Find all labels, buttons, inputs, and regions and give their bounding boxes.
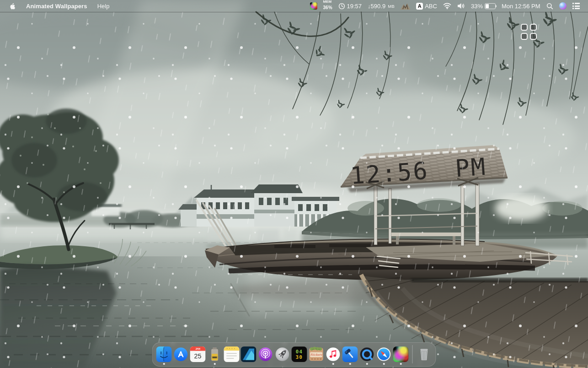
dock-quicktime[interactable] (359, 346, 375, 362)
app-store-icon (173, 346, 189, 362)
grid-cell (521, 33, 528, 40)
dock-stickers[interactable]: Stickers (309, 346, 324, 362)
input-source-status-item[interactable]: A ABC (416, 0, 437, 12)
calendar-icon: JAN 25 (190, 346, 206, 362)
network-speed-status-item[interactable]: ↓590.9MB (368, 0, 395, 12)
wallpaper-app-status-item[interactable] (310, 0, 317, 12)
affinity-designer-icon (241, 346, 257, 362)
finder-icon (156, 346, 172, 362)
dock-podcasts[interactable] (258, 346, 273, 362)
svg-text:Stickers: Stickers (310, 353, 323, 356)
wifi-status-item[interactable] (443, 0, 451, 12)
battery-app-icon (207, 346, 223, 362)
volume-status-item[interactable] (457, 0, 465, 12)
siri-status-item[interactable] (559, 0, 567, 12)
running-indicator (366, 363, 368, 365)
apple-menu[interactable] (9, 0, 16, 12)
dock-finder[interactable] (156, 346, 172, 362)
dock-music[interactable] (326, 346, 341, 362)
running-indicator (400, 363, 402, 365)
quicktime-icon (359, 346, 375, 362)
spotlight-status-item[interactable] (546, 0, 553, 12)
dock: JAN 25 (152, 342, 436, 367)
notes-icon (224, 346, 240, 362)
music-icon (326, 346, 341, 362)
memory-monitor-status-item[interactable]: MEM 36% (323, 0, 332, 12)
apple-logo-icon (9, 2, 16, 10)
running-indicator (332, 363, 334, 365)
dock-watch-clock-app[interactable]: 04 30 (292, 346, 307, 362)
spotlight-search-icon (546, 3, 553, 10)
launchpad-rocket-icon (275, 346, 290, 362)
mountain-m-icon (401, 3, 410, 10)
menu-bar: Animated Wallpapers Help MEM 36% 19:57 ↓… (0, 0, 588, 12)
running-indicator (163, 363, 165, 365)
dock-launchpad[interactable] (275, 346, 290, 362)
svg-text:04: 04 (296, 349, 303, 355)
svg-text:25: 25 (194, 352, 202, 360)
podcasts-icon (258, 346, 273, 362)
running-indicator (349, 363, 351, 365)
dock-safari[interactable] (376, 346, 392, 362)
siri-icon (559, 2, 567, 10)
clock-status-item[interactable]: Mon 12:56 PM (502, 0, 540, 12)
dock-battery-app[interactable] (207, 346, 223, 362)
clock-icon (338, 3, 345, 10)
trash-icon (417, 346, 432, 362)
mountain-app-status-item[interactable] (401, 0, 410, 12)
dock-notes[interactable] (224, 346, 240, 362)
widgets-grid-button[interactable] (521, 24, 538, 41)
battery-icon (485, 3, 496, 9)
grid-cell (530, 24, 537, 31)
input-source-badge: A (416, 3, 423, 10)
svg-text:30: 30 (296, 354, 303, 360)
animated-wallpapers-icon (393, 346, 409, 362)
stickers-icon: Stickers (309, 346, 324, 362)
dock-calendar[interactable]: JAN 25 (190, 346, 206, 362)
dock-animated-wallpapers[interactable] (393, 346, 409, 362)
notification-center-status-item[interactable] (572, 0, 580, 12)
notification-list-icon (572, 3, 580, 9)
running-indicator (214, 363, 216, 365)
uptime-clock-status-item[interactable]: 19:57 (338, 0, 362, 12)
svg-text:JAN: JAN (195, 347, 200, 350)
watch-clock-icon: 04 30 (292, 346, 307, 362)
dock-app-store[interactable] (173, 346, 189, 362)
grid-cell (530, 33, 537, 40)
menu-app-name[interactable]: Animated Wallpapers (26, 0, 87, 12)
volume-icon (457, 3, 465, 9)
dock-xcode[interactable] (342, 346, 358, 362)
xcode-icon (342, 346, 358, 362)
menu-help[interactable]: Help (97, 0, 110, 12)
battery-status-item[interactable]: 33% (471, 0, 496, 12)
grid-cell (521, 24, 528, 31)
wifi-icon (443, 3, 451, 9)
dock-affinity-designer[interactable] (241, 346, 257, 362)
wallpaper: 12:56 PM (0, 0, 588, 368)
dock-divider (412, 345, 413, 363)
running-indicator (383, 363, 385, 365)
wallpaper-app-icon (310, 2, 317, 10)
dock-trash[interactable] (417, 346, 432, 362)
safari-icon (376, 346, 392, 362)
